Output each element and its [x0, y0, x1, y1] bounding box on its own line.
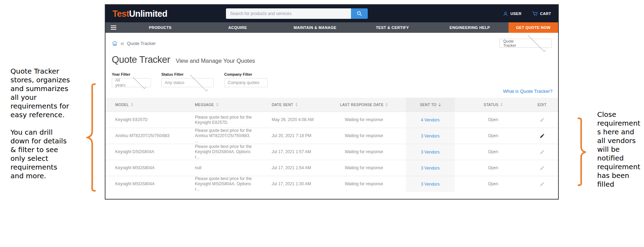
table-row[interactable]: Anritsu MT8220T/25/750/883 Please quote … [105, 128, 558, 144]
table-row[interactable]: Keysight MSOS804A Please quote best pric… [105, 176, 558, 192]
status-filter-select[interactable]: Any status [161, 78, 214, 87]
nav-item-products[interactable]: PRODUCTS [122, 22, 199, 33]
search-button[interactable] [351, 8, 368, 19]
column-header-sent-to[interactable]: SENT TO [420, 98, 441, 112]
cell-status: Open [455, 128, 532, 144]
edit-pencil-icon[interactable] [538, 116, 546, 124]
cell-date-sent: Jul 17, 2021 1:30 AM [263, 176, 322, 192]
cell-model: Anritsu MT8220T/25/750/883 [105, 128, 186, 144]
breadcrumb-label: Quote Tracker [127, 41, 156, 46]
company-filter-group: Company Filter Company quotes [224, 72, 268, 87]
edit-pencil-icon[interactable] [538, 148, 546, 156]
column-header-model[interactable]: MODEL [105, 98, 186, 112]
screenshot-canvas: Quote Tracker stores, organizes and summ… [0, 0, 644, 247]
user-menu[interactable]: USER [503, 11, 521, 16]
back-chevrons-icon[interactable]: « [120, 40, 124, 46]
nav-item-acquire[interactable]: ACQUIRE [199, 22, 277, 33]
column-header-status[interactable]: STATUS [455, 98, 532, 112]
company-filter-select[interactable]: Company quotes [224, 78, 268, 87]
breadcrumb-row: « Quote Tracker Quote Tracker [112, 38, 552, 48]
vendors-link[interactable]: 3 Vendors [421, 150, 440, 155]
column-header-last-response-date[interactable]: LAST RESPONSE DATE [322, 98, 406, 112]
header-filler [552, 98, 558, 112]
cell-last-response-date: Waiting for response [322, 128, 406, 144]
cell-edit [532, 144, 552, 160]
quotes-table: MODEL MESSAGE DATE SENT LAST RESPONSE DA… [105, 98, 558, 192]
row-filler [552, 160, 558, 176]
search-input[interactable] [226, 8, 351, 19]
cell-edit [532, 128, 552, 144]
main-nav: PRODUCTS ACQUIRE MAINTAIN & MANAGE TEST … [105, 22, 558, 33]
cart-label: CART [540, 12, 551, 16]
row-filler [552, 112, 558, 128]
title-row: Quote Tracker View and Manage Your Quote… [112, 54, 552, 65]
user-label: USER [510, 12, 521, 16]
cell-date-sent: Jul 17, 2021 1:54 AM [263, 160, 322, 176]
table-row[interactable]: Keysight DSOS804A Please quote best pric… [105, 144, 558, 160]
table-body: Keysight E8257D Please quote best price … [105, 112, 558, 192]
column-header-date-sent[interactable]: DATE SENT [263, 98, 322, 112]
row-filler [552, 128, 558, 144]
cell-date-sent: Jul 17, 2021 1:57 AM [263, 144, 322, 160]
vendors-link[interactable]: 3 Vendors [421, 166, 440, 171]
chevron-down-icon [133, 75, 146, 89]
cell-edit [532, 112, 552, 128]
cell-last-response-date: Waiting for response [322, 176, 406, 192]
left-brace [86, 83, 96, 192]
cell-date-sent: May 26, 2020 4:08 AM [263, 112, 322, 128]
left-annotation: Quote Tracker stores, organizes and summ… [10, 67, 71, 180]
table-row[interactable]: Keysight MSOS804A null Jul 17, 2021 1:54… [105, 160, 558, 176]
hamburger-menu-icon[interactable] [105, 22, 122, 33]
vendors-link[interactable]: 3 Vendors [421, 134, 440, 139]
company-filter-value: Company quotes [228, 80, 264, 85]
vendors-link[interactable]: 4 Vendors [421, 118, 440, 122]
company-filter-label: Company Filter [224, 72, 268, 76]
table-row[interactable]: Keysight E8257D Please quote best price … [105, 112, 558, 128]
cell-sent-to: 3 Vendors [406, 176, 455, 192]
page-selector-value: Quote Tracker [503, 39, 526, 47]
table-header-row: MODEL MESSAGE DATE SENT LAST RESPONSE DA… [105, 98, 558, 112]
what-is-quote-tracker-link[interactable]: What is Quote Tracker? [503, 89, 552, 96]
nav-item-test-certify[interactable]: TEST & CERTIFY [354, 22, 431, 33]
home-icon[interactable] [112, 40, 118, 46]
year-filter-select[interactable]: All years [112, 78, 151, 87]
right-brace [577, 117, 587, 186]
breadcrumb[interactable]: « Quote Tracker [112, 40, 156, 46]
column-header-edit: EDIT [532, 98, 552, 112]
cell-sent-to: 3 Vendors [406, 128, 455, 144]
cell-message: Please quote best price for the Anritsu … [186, 128, 263, 144]
row-filler [552, 176, 558, 192]
page-subtitle: View and Manage Your Quotes [176, 58, 255, 64]
cell-message: Please quote best price for the Keysight… [186, 176, 263, 192]
help-row: What is Quote Tracker? [105, 89, 552, 96]
cell-model: Keysight MSOS804A [105, 176, 186, 192]
cell-message: Please quote best price for the Keysight… [186, 112, 263, 128]
column-header-message[interactable]: MESSAGE [186, 98, 263, 112]
site-logo[interactable]: TestUnlimited [112, 9, 167, 19]
nav-item-engineering-help[interactable]: ENGINEERING HELP [431, 22, 508, 33]
edit-pencil-icon[interactable] [538, 180, 546, 188]
chevron-down-icon [528, 34, 546, 52]
cell-status: Open [455, 112, 532, 128]
top-header: TestUnlimited USER [105, 5, 558, 22]
row-filler [552, 144, 558, 160]
year-filter-group: Year Filter All years [112, 72, 151, 87]
sort-icon [500, 103, 503, 106]
search-bar [226, 8, 368, 19]
edit-pencil-icon[interactable] [538, 132, 546, 140]
cart-icon [532, 11, 538, 16]
cell-sent-to: 3 Vendors [406, 160, 455, 176]
cell-date-sent: Jul 20, 2021 7:18 PM [263, 128, 322, 144]
cell-status: Open [455, 176, 532, 192]
cell-model: Keysight DSOS804A [105, 144, 186, 160]
get-quote-now-button[interactable]: GET QUOTE NOW [508, 22, 558, 33]
cart-menu[interactable]: CART [532, 11, 551, 16]
cell-status: Open [455, 160, 532, 176]
cell-sent-to: 4 Vendors [406, 112, 455, 128]
edit-pencil-icon[interactable] [538, 164, 546, 172]
cell-edit [532, 176, 552, 192]
nav-item-maintain-manage[interactable]: MAINTAIN & MANAGE [276, 22, 354, 33]
vendors-link[interactable]: 3 Vendors [421, 182, 440, 187]
cell-edit [532, 160, 552, 176]
page-selector-dropdown[interactable]: Quote Tracker [499, 39, 552, 48]
